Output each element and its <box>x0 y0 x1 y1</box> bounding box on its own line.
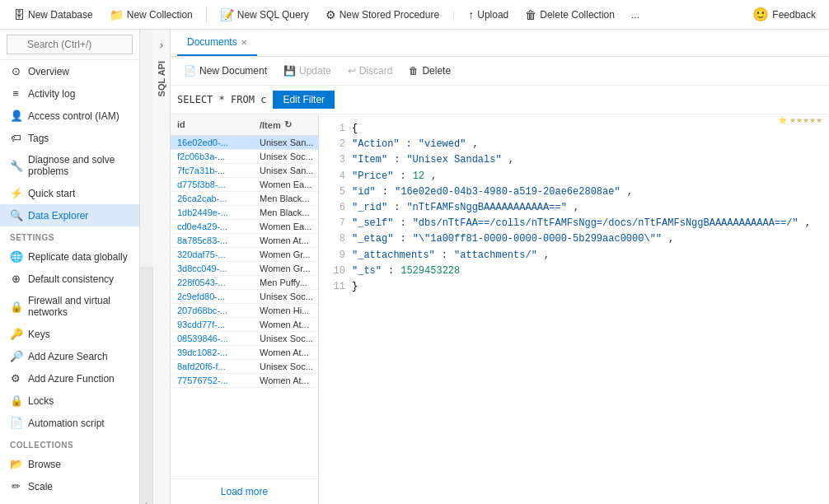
row-id: f2c06b3a-... <box>171 150 253 163</box>
table-row[interactable]: 93cdd77f-... Women At... <box>171 318 318 332</box>
update-button[interactable]: 💾 Update <box>277 62 338 80</box>
table-row[interactable]: 26ca2cab-... Men Black... <box>171 192 318 206</box>
table-row[interactable]: 3d8cc049-... Women Gr... <box>171 262 318 276</box>
browse-icon: 📂 <box>10 458 21 470</box>
row-item: Unisex San... <box>253 164 318 177</box>
row-id: cd0e4a29-... <box>171 220 253 233</box>
row-item: Men Black... <box>253 192 318 205</box>
sidebar-item-keys[interactable]: 🔑 Keys <box>0 323 139 345</box>
sidebar-item-azure-function[interactable]: ⚙ Add Azure Function <box>0 367 139 390</box>
row-item: Unisex San... <box>253 136 318 149</box>
table-row[interactable]: 77576752-... Women At... <box>171 374 318 388</box>
collections-header: COLLECTIONS <box>0 434 139 453</box>
row-item: Women Ea... <box>253 220 318 233</box>
new-collection-button[interactable]: 📁 New Collection <box>103 5 199 25</box>
table-row[interactable]: 1db2449e-... Men Black... <box>171 206 318 220</box>
tab-documents[interactable]: Documents ✕ <box>177 30 257 56</box>
pipe-separator: | <box>449 9 458 21</box>
sidebar-item-consistency[interactable]: ⊕ Default consistency <box>0 268 139 290</box>
sidebar-item-locks[interactable]: 🔒 Locks <box>0 390 139 412</box>
search-input[interactable] <box>7 35 133 54</box>
doc-rows: 16e02ed0-... Unisex San... f2c06b3a-... … <box>171 136 318 478</box>
sidebar-item-activity-log[interactable]: ≡ Activity log <box>0 82 139 105</box>
new-stored-procedure-button[interactable]: ⚙ New Stored Procedure <box>319 5 446 25</box>
row-id: 320daf75-... <box>171 248 253 261</box>
table-row[interactable]: 320daf75-... Women Gr... <box>171 248 318 262</box>
table-row[interactable]: 207d68bc-... Women Hi... <box>171 304 318 318</box>
sidebar-item-azure-search[interactable]: 🔎 Add Azure Search <box>0 345 139 367</box>
table-row[interactable]: 2c9efd80-... Unisex Soc... <box>171 290 318 304</box>
upload-button[interactable]: ↑ Upload <box>461 5 515 25</box>
discard-button[interactable]: ↩ Discard <box>341 62 400 80</box>
new-sql-query-button[interactable]: 📝 New SQL Query <box>213 5 316 25</box>
row-item: Women Hi... <box>253 304 318 317</box>
main-toolbar: 🗄 New Database 📁 New Collection 📝 New SQ… <box>0 0 829 30</box>
table-row[interactable]: 7fc7a31b-... Unisex San... <box>171 164 318 178</box>
json-line: 9"_attachments": "attachments/", <box>329 248 819 264</box>
table-row[interactable]: cd0e4a29-... Women Ea... <box>171 220 318 234</box>
row-id: 93cdd77f-... <box>171 318 253 331</box>
edit-filter-button[interactable]: Edit Filter <box>273 91 335 109</box>
json-line: 4"Price": 12, <box>329 169 819 184</box>
table-row[interactable]: 39dc1082-... Women At... <box>171 346 318 360</box>
refresh-icon[interactable]: ↻ <box>284 119 292 130</box>
sidebar-item-settings[interactable]: ⚙ Settings <box>0 497 139 504</box>
sidebar-item-tags[interactable]: 🏷 Tags <box>0 127 139 149</box>
sidebar-item-automation[interactable]: 📄 Automation script <box>0 412 139 434</box>
tab-close-button[interactable]: ✕ <box>241 38 247 47</box>
delete-collection-button[interactable]: 🗑 Delete Collection <box>518 5 621 25</box>
data-explorer-icon: 🔍 <box>10 209 21 222</box>
content-area: Documents ✕ 📄 New Document 💾 Update ↩ Di… <box>171 30 829 504</box>
json-area: ⭐ ★★★★★ 1{2"Action": "viewed",3"Item": "… <box>319 114 829 504</box>
sidebar-collapse-button[interactable]: ‹ <box>140 267 153 504</box>
sidebar-item-firewall[interactable]: 🔒 Firewall and virtual networks <box>0 290 139 323</box>
row-id: 1db2449e-... <box>171 206 253 219</box>
document-toolbar: 📄 New Document 💾 Update ↩ Discard 🗑 Dele… <box>171 57 829 86</box>
new-document-button[interactable]: 📄 New Document <box>177 62 274 80</box>
sidebar-item-diagnose[interactable]: 🔧 Diagnose and solve problems <box>0 149 139 182</box>
table-row[interactable]: 8a785c83-... Women At... <box>171 234 318 248</box>
feedback-button[interactable]: 🙂 Feedback <box>746 3 822 26</box>
row-item: Unisex Soc... <box>253 290 318 303</box>
sidebar-item-replicate[interactable]: 🌐 Replicate data globally <box>0 245 139 268</box>
table-row[interactable]: 8afd20f6-f... Unisex Soc... <box>171 360 318 374</box>
sidebar-wrapper: 🔍 ⊙ Overview ≡ Activity log 👤 Access con… <box>0 30 153 504</box>
new-collection-icon: 📁 <box>110 8 124 21</box>
azure-function-icon: ⚙ <box>10 372 21 385</box>
delete-button[interactable]: 🗑 Delete <box>402 62 457 80</box>
table-row[interactable]: 08539846-... Unisex Soc... <box>171 332 318 346</box>
replicate-icon: 🌐 <box>10 250 21 263</box>
feedback-icon: 🙂 <box>752 7 769 22</box>
sidebar-item-overview[interactable]: ⊙ Overview <box>0 60 139 82</box>
sidebar-item-browse[interactable]: 📂 Browse <box>0 453 139 475</box>
row-item: Men Puffy... <box>253 276 318 289</box>
sql-api-panel: › SQL API <box>153 30 171 504</box>
row-item: Women Gr... <box>253 248 318 261</box>
new-database-button[interactable]: 🗄 New Database <box>7 5 100 25</box>
sidebar-search-container: 🔍 <box>0 30 139 60</box>
row-id: 8afd20f6-f... <box>171 360 253 373</box>
more-button[interactable]: ... <box>625 6 646 24</box>
table-row[interactable]: 228f0543-... Men Puffy... <box>171 276 318 290</box>
sidebar-item-scale[interactable]: ✏ Scale <box>0 475 139 497</box>
row-id: 26ca2cab-... <box>171 192 253 205</box>
row-id: 08539846-... <box>171 332 253 345</box>
main-layout: 🔍 ⊙ Overview ≡ Activity log 👤 Access con… <box>0 30 829 504</box>
overview-icon: ⊙ <box>10 65 21 77</box>
sql-api-expand-button[interactable]: › <box>157 36 166 54</box>
json-line: 2"Action": "viewed", <box>329 137 819 152</box>
tags-icon: 🏷 <box>10 132 21 144</box>
sidebar-item-quick-start[interactable]: ⚡ Quick start <box>0 182 139 204</box>
load-more-button[interactable]: Load more <box>171 478 318 504</box>
sidebar-item-access-control[interactable]: 👤 Access control (IAM) <box>0 105 139 127</box>
sidebar-item-data-explorer[interactable]: 🔍 Data Explorer <box>0 204 139 226</box>
document-list: id /Item ↻ 16e02ed0-... Unisex San... f2… <box>171 114 319 504</box>
row-item: Unisex Soc... <box>253 332 318 345</box>
col-item-header: /Item ↻ <box>253 118 318 132</box>
table-row[interactable]: f2c06b3a-... Unisex Soc... <box>171 150 318 164</box>
table-row[interactable]: 16e02ed0-... Unisex San... <box>171 136 318 150</box>
table-row[interactable]: d775f3b8-... Women Ea... <box>171 178 318 192</box>
sidebar: 🔍 ⊙ Overview ≡ Activity log 👤 Access con… <box>0 30 140 504</box>
tabs-bar: Documents ✕ <box>171 30 829 57</box>
firewall-icon: 🔒 <box>10 301 21 313</box>
